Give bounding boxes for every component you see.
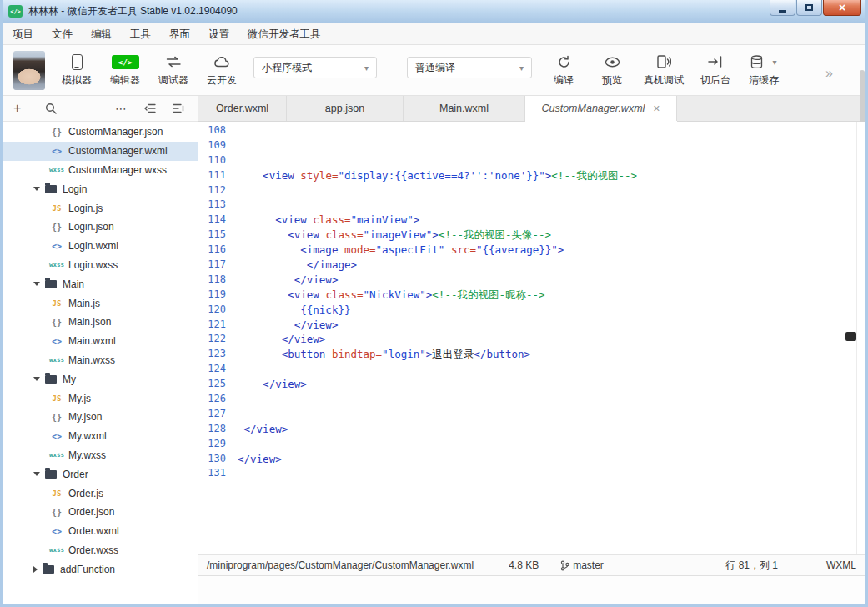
tree-item-label: Login.js — [68, 203, 103, 214]
language-mode[interactable]: WXML — [826, 559, 856, 571]
preview-button[interactable]: 预览 — [595, 51, 629, 88]
tree-item-Order[interactable]: Order — [0, 464, 198, 484]
collapse-arrow-icon[interactable] — [33, 472, 40, 476]
tree-item-Order.js[interactable]: JSOrder.js — [0, 484, 198, 503]
code-line-content: </view> — [238, 332, 325, 347]
database-icon: ▾ — [750, 53, 776, 71]
line-number: 116 — [198, 243, 238, 258]
tree-item-Login.wxml[interactable]: <>Login.wxml — [0, 237, 198, 256]
new-file-plus-icon[interactable]: + — [13, 102, 27, 115]
tree-item-label: My — [63, 374, 76, 385]
menu-item-3[interactable]: 工具 — [121, 23, 160, 45]
collapse-arrow-icon[interactable] — [33, 187, 40, 191]
tab-app.json[interactable]: app.json — [287, 96, 404, 121]
menu-item-2[interactable]: 编辑 — [82, 23, 121, 45]
wxss-file-icon: wxss — [48, 166, 65, 173]
tree-item-Main.wxml[interactable]: <>Main.wxml — [0, 332, 198, 351]
menu-item-4[interactable]: 界面 — [160, 23, 199, 45]
cloud-dev-button[interactable]: 云开发 — [205, 51, 238, 88]
tab-Order.wxml[interactable]: Order.wxml — [198, 96, 287, 121]
collapse-arrow-icon[interactable] — [33, 282, 40, 286]
maximize-icon — [805, 4, 813, 11]
code-editor[interactable]: 108109110111 <view style="display:{{acti… — [198, 122, 868, 554]
tree-item-addFunction[interactable]: addFunction — [0, 559, 198, 579]
toolbar-overflow-chevron-icon[interactable]: » — [825, 66, 833, 81]
tree-item-My[interactable]: My — [0, 369, 198, 389]
editor-label: 编辑器 — [110, 73, 140, 88]
branch-name: master — [573, 559, 604, 571]
switch-background-button[interactable]: 切后台 — [699, 51, 732, 88]
compile-mode-select[interactable]: 普通编译 ▾ — [407, 57, 532, 78]
more-actions-icon[interactable]: ⋯ — [115, 102, 128, 115]
tab-CustomManager.wxml[interactable]: CustomManager.wxml× — [525, 96, 677, 121]
mode-select[interactable]: 小程序模式 ▾ — [253, 57, 377, 78]
tree-item-My.wxss[interactable]: wxssMy.wxss — [0, 446, 198, 465]
compile-label: 编译 — [554, 73, 574, 88]
cursor-position[interactable]: 行 81，列 1 — [725, 559, 778, 573]
menu-item-0[interactable]: 项目 — [3, 23, 43, 45]
menu-item-1[interactable]: 文件 — [43, 23, 82, 45]
tree-item-label: Main — [63, 278, 84, 290]
line-number: 112 — [198, 183, 238, 198]
menu-item-5[interactable]: 设置 — [199, 23, 238, 45]
close-button[interactable]: × — [823, 0, 861, 16]
collapse-all-icon[interactable] — [144, 103, 156, 113]
debugger-toggle-button[interactable]: 调试器 — [157, 51, 190, 88]
tree-item-CustomManager.wxml[interactable]: <>CustomManager.wxml — [0, 142, 198, 161]
code-line-122: 122 </view> — [198, 332, 868, 347]
open-editors-icon[interactable] — [173, 103, 184, 113]
code-line-108: 108 — [198, 123, 868, 138]
tree-item-Login.json[interactable]: {}Login.json — [0, 218, 198, 237]
code-line-content: <view class="NickView"><!--我的视图-昵称--> — [238, 288, 545, 303]
tree-item-CustomManager.json[interactable]: {}CustomManager.json — [0, 123, 198, 142]
clear-cache-label: 清缓存 — [749, 73, 779, 88]
tree-item-CustomManager.wxss[interactable]: wxssCustomManager.wxss — [0, 161, 198, 180]
tree-item-Login.wxss[interactable]: wxssLogin.wxss — [0, 256, 198, 275]
editor-scrollbar-thumb[interactable] — [845, 332, 856, 341]
tree-item-Login.js[interactable]: JSLogin.js — [0, 198, 198, 218]
minimize-icon — [779, 10, 786, 13]
search-icon[interactable] — [45, 103, 57, 114]
user-avatar[interactable] — [13, 51, 45, 90]
compile-button[interactable]: 编译 — [547, 51, 580, 88]
tree-item-My.wxml[interactable]: <>My.wxml — [0, 427, 198, 446]
git-branch-indicator[interactable]: master — [560, 559, 604, 571]
app-logo-icon: </> — [8, 5, 23, 18]
line-number: 123 — [198, 347, 238, 362]
code-line-119: 119 <view class="NickView"><!--我的视图-昵称--… — [198, 288, 868, 303]
tree-item-Main.wxss[interactable]: wxssMain.wxss — [0, 351, 198, 370]
simulator-toggle-button[interactable]: 模拟器 — [60, 51, 93, 88]
file-explorer: + ⋯ — [0, 96, 198, 607]
tree-item-Order.wxml[interactable]: <>Order.wxml — [0, 522, 198, 541]
tab-close-icon[interactable]: × — [653, 103, 660, 114]
tab-label: CustomManager.wxml — [541, 103, 645, 114]
tree-item-Main.json[interactable]: {}Main.json — [0, 313, 198, 332]
minimize-button[interactable] — [770, 0, 795, 16]
json-file-icon: {} — [48, 318, 65, 327]
tree-item-label: CustomManager.json — [68, 126, 163, 138]
tab-Main.wxml[interactable]: Main.wxml — [404, 96, 525, 121]
code-line-130: 130</view> — [198, 452, 868, 467]
tree-item-Login[interactable]: Login — [0, 179, 198, 198]
js-file-icon: JS — [48, 204, 65, 213]
tree-item-Order.json[interactable]: {}Order.json — [0, 503, 198, 522]
tree-item-Order.wxss[interactable]: wxssOrder.wxss — [0, 541, 198, 560]
clear-cache-button[interactable]: ▾ 清缓存 — [747, 51, 780, 88]
tree-item-label: Order.json — [68, 506, 114, 518]
wxml-file-icon: <> — [48, 147, 65, 156]
collapse-arrow-icon[interactable] — [33, 377, 40, 381]
menu-item-6[interactable]: 微信开发者工具 — [238, 23, 330, 45]
tree-item-My.js[interactable]: JSMy.js — [0, 389, 198, 408]
tree-item-Main.js[interactable]: JSMain.js — [0, 293, 198, 313]
tree-item-My.json[interactable]: {}My.json — [0, 408, 198, 427]
code-line-124: 124 — [198, 362, 868, 377]
refresh-icon — [557, 53, 571, 71]
code-line-112: 112 — [198, 183, 868, 198]
expand-arrow-icon[interactable] — [33, 566, 38, 573]
editor-toggle-button[interactable]: </> 编辑器 — [108, 51, 142, 88]
real-device-debug-button[interactable]: 真机调试 — [644, 51, 684, 88]
tree-item-label: My.wxml — [68, 430, 107, 442]
maximize-button[interactable] — [796, 0, 822, 16]
line-number: 131 — [198, 466, 238, 481]
tree-item-Main[interactable]: Main — [0, 274, 198, 293]
